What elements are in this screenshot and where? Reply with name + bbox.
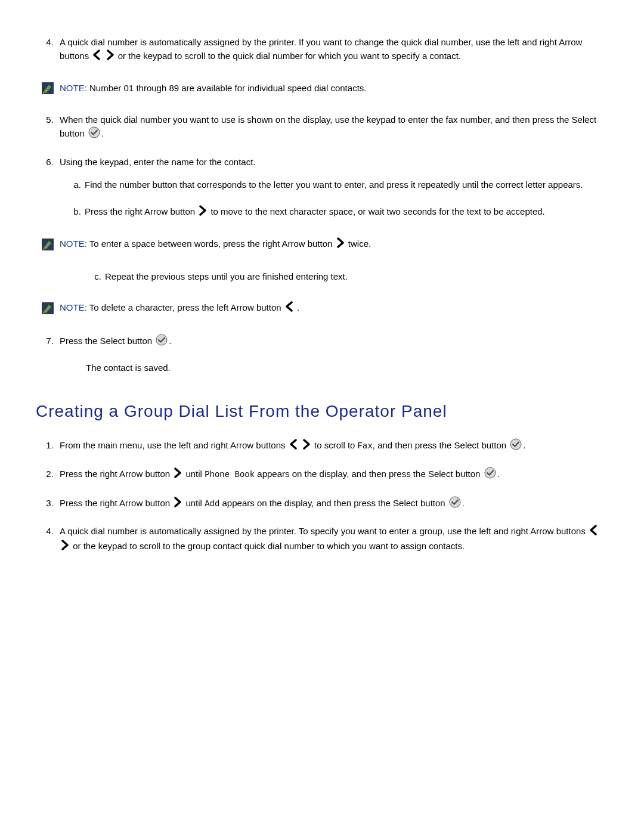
step-6-sublist-cont: Repeat the previous steps until you are … <box>80 270 608 284</box>
steps-list-1c: Press the Select button . The contact is… <box>36 334 608 375</box>
step-7-saved: The contact is saved. <box>86 361 608 375</box>
note-1-text: Number 01 through 89 are available for i… <box>87 83 367 93</box>
note-3-text-b: . <box>297 302 299 312</box>
g-step-1: From the main menu, use the left and rig… <box>56 438 608 454</box>
step-5-text-a: When the quick dial number you want to u… <box>60 114 596 139</box>
g1-fax: Fax <box>358 441 373 451</box>
step-6b: Press the right Arrow button to move to … <box>83 205 608 220</box>
g-step-3: Press the right Arrow button until Add a… <box>56 496 608 512</box>
arrow-right-icon <box>302 439 311 454</box>
arrow-left-icon <box>289 439 298 454</box>
note-1: NOTE: Number 01 through 89 are available… <box>42 82 608 95</box>
step-6c: Repeat the previous steps until you are … <box>104 270 608 284</box>
note-icon <box>42 82 54 94</box>
step-7-text-a: Press the Select button <box>60 336 154 346</box>
note-2-text-b: twice. <box>348 239 371 249</box>
select-button-icon <box>484 467 496 483</box>
note-3-text-a: To delete a character, press the left Ar… <box>87 302 284 312</box>
step-6b-text-b: to move to the next character space, or … <box>210 206 544 216</box>
g2-text-c: appears on the display, and then press t… <box>255 469 482 479</box>
g2-text-b: until <box>185 469 205 479</box>
step-6c-text: Repeat the previous steps until you are … <box>105 271 348 281</box>
g-step-4: A quick dial number is automatically ass… <box>56 525 608 554</box>
g2-text-d: . <box>497 469 500 479</box>
g1-text-c: , and then press the Select button <box>373 440 509 450</box>
note-2-text-a: To enter a space between words, press th… <box>87 239 335 249</box>
arrow-right-icon <box>336 237 345 252</box>
arrow-left-icon <box>589 525 598 540</box>
g4-text-b: or the keypad to scroll to the group con… <box>73 541 465 551</box>
step-4: A quick dial number is automatically ass… <box>56 36 608 64</box>
arrow-right-icon <box>106 49 115 64</box>
note-2: NOTE: To enter a space between words, pr… <box>42 237 608 252</box>
g1-text-d: . <box>523 440 525 450</box>
note-icon <box>42 302 54 314</box>
arrow-left-icon <box>92 49 101 64</box>
note-label: NOTE: <box>60 302 87 312</box>
g3-text-c: appears on the display, and then press t… <box>219 498 447 508</box>
arrow-right-icon <box>173 497 182 512</box>
step-6b-text-a: Press the right Arrow button <box>85 206 197 216</box>
step-6-text: Using the keypad, enter the name for the… <box>60 157 256 167</box>
section-heading: Creating a Group Dial List From the Oper… <box>36 399 608 424</box>
g3-text-d: . <box>462 498 465 508</box>
arrow-left-icon <box>284 301 294 316</box>
steps-list-1b: When the quick dial number you want to u… <box>36 113 608 220</box>
g-step-2: Press the right Arrow button until Phone… <box>56 467 608 483</box>
g2-phonebook: Phone Book <box>205 470 255 479</box>
step-6-sublist: Find the number button that corresponds … <box>60 178 608 219</box>
step-6a-text: Find the number button that corresponds … <box>85 179 583 190</box>
select-button-icon <box>88 126 100 143</box>
note-label: NOTE: <box>60 83 87 93</box>
g4-text-a: A quick dial number is automatically ass… <box>60 526 588 536</box>
note-icon <box>42 239 54 250</box>
arrow-right-icon <box>173 467 182 482</box>
select-button-icon <box>510 438 522 454</box>
select-button-icon <box>449 496 461 512</box>
g3-text-b: until <box>185 498 205 508</box>
note-label: NOTE: <box>60 239 87 249</box>
step-6a: Find the number button that corresponds … <box>83 178 608 192</box>
steps-list-2: From the main menu, use the left and rig… <box>36 438 608 555</box>
step-5: When the quick dial number you want to u… <box>56 113 608 143</box>
select-button-icon <box>156 334 168 350</box>
steps-list-1: A quick dial number is automatically ass… <box>36 36 608 64</box>
step-7-text-b: . <box>169 336 171 346</box>
g3-text-a: Press the right Arrow button <box>60 498 172 508</box>
arrow-right-icon <box>198 205 208 220</box>
g2-text-a: Press the right Arrow button <box>60 469 172 479</box>
g3-add: Add <box>205 499 219 509</box>
arrow-right-icon <box>60 540 70 555</box>
step-4-text-b: or the keypad to scroll to the quick dia… <box>118 51 461 61</box>
step-6: Using the keypad, enter the name for the… <box>56 156 608 220</box>
step-5-text-b: . <box>101 128 104 138</box>
g1-text-a: From the main menu, use the left and rig… <box>60 440 288 450</box>
note-3: NOTE: To delete a character, press the l… <box>42 301 608 316</box>
g1-text-b: to scroll to <box>314 440 358 450</box>
step-7: Press the Select button . The contact is… <box>56 334 608 375</box>
